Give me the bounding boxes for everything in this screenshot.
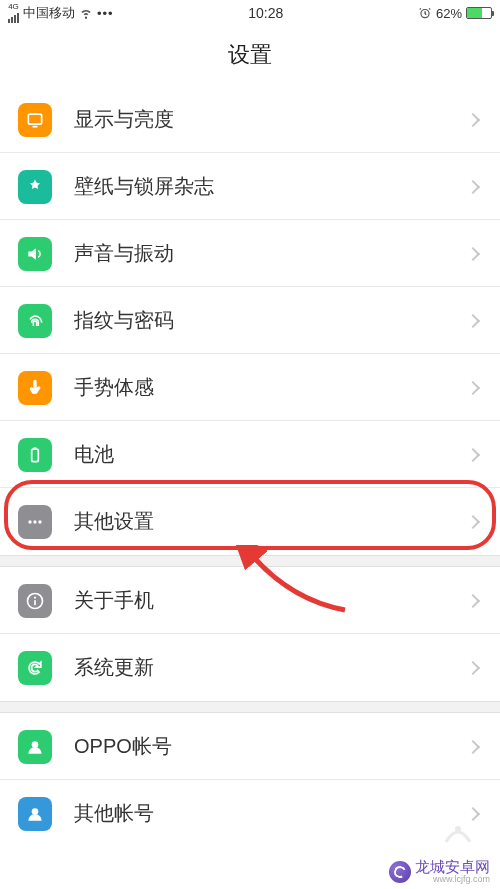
- chevron-right-icon: [466, 739, 480, 753]
- other-account-icon: [18, 797, 52, 831]
- item-label: 电池: [74, 441, 468, 468]
- chevron-right-icon: [466, 660, 480, 674]
- svg-rect-3: [33, 447, 36, 449]
- alarm-icon: [418, 6, 432, 20]
- network-type: 4G: [8, 3, 19, 11]
- more-icon: •••: [97, 6, 114, 21]
- section-separator: [0, 555, 500, 567]
- chevron-right-icon: [466, 313, 480, 327]
- status-time: 10:28: [248, 5, 283, 21]
- svg-point-12: [455, 826, 461, 832]
- chevron-right-icon: [466, 593, 480, 607]
- item-battery[interactable]: 电池: [0, 421, 500, 488]
- item-about[interactable]: 关于手机: [0, 567, 500, 634]
- svg-point-11: [32, 808, 39, 815]
- item-label: 关于手机: [74, 587, 468, 614]
- fingerprint-icon: [18, 304, 52, 338]
- chevron-right-icon: [466, 514, 480, 528]
- item-label: 壁纸与锁屏杂志: [74, 173, 468, 200]
- svg-point-5: [33, 520, 36, 523]
- chevron-right-icon: [466, 380, 480, 394]
- status-left: 4G 中国移动 •••: [8, 3, 114, 23]
- oppo-account-icon: [18, 730, 52, 764]
- svg-point-10: [32, 741, 39, 748]
- item-display[interactable]: 显示与亮度: [0, 86, 500, 153]
- display-icon: [18, 103, 52, 137]
- sound-icon: [18, 237, 52, 271]
- section-separator: [0, 701, 500, 713]
- item-label: 指纹与密码: [74, 307, 468, 334]
- svg-point-6: [38, 520, 41, 523]
- carrier-label: 中国移动: [23, 4, 75, 22]
- item-wallpaper[interactable]: 壁纸与锁屏杂志: [0, 153, 500, 220]
- other-icon: [18, 505, 52, 539]
- item-other-settings[interactable]: 其他设置: [0, 488, 500, 555]
- chevron-right-icon: [466, 112, 480, 126]
- battery-percent: 62%: [436, 6, 462, 21]
- item-label: 其他设置: [74, 508, 468, 535]
- item-gesture[interactable]: 手势体感: [0, 354, 500, 421]
- item-sound[interactable]: 声音与振动: [0, 220, 500, 287]
- item-label: 手势体感: [74, 374, 468, 401]
- chevron-right-icon: [466, 246, 480, 260]
- status-bar: 4G 中国移动 ••• 10:28 62%: [0, 0, 500, 26]
- watermark-faded-icon: [436, 817, 480, 847]
- about-icon: [18, 584, 52, 618]
- page-title: 设置: [0, 26, 500, 86]
- svg-rect-2: [32, 449, 39, 462]
- chevron-right-icon: [466, 447, 480, 461]
- watermark-url: www.lcjfg.com: [433, 875, 490, 885]
- item-other-account[interactable]: 其他帐号: [0, 780, 500, 847]
- item-label: 显示与亮度: [74, 106, 468, 133]
- item-label: 声音与振动: [74, 240, 468, 267]
- item-label: OPPO帐号: [74, 733, 468, 760]
- watermark: 龙城安卓网 www.lcjfg.com: [389, 859, 490, 885]
- watermark-logo-icon: [389, 861, 411, 883]
- item-update[interactable]: 系统更新: [0, 634, 500, 701]
- svg-rect-1: [28, 114, 41, 124]
- settings-list: 显示与亮度 壁纸与锁屏杂志 声音与振动 指纹与密码 手势体感 电池: [0, 86, 500, 847]
- item-oppo-account[interactable]: OPPO帐号: [0, 713, 500, 780]
- wifi-icon: [79, 6, 93, 20]
- update-icon: [18, 651, 52, 685]
- wallpaper-icon: [18, 170, 52, 204]
- chevron-right-icon: [466, 179, 480, 193]
- item-label: 系统更新: [74, 654, 468, 681]
- svg-rect-9: [34, 600, 36, 605]
- svg-point-8: [34, 596, 36, 598]
- status-right: 62%: [418, 6, 492, 21]
- gesture-icon: [18, 371, 52, 405]
- battery-icon: [18, 438, 52, 472]
- svg-point-4: [28, 520, 31, 523]
- item-fingerprint[interactable]: 指纹与密码: [0, 287, 500, 354]
- signal-icon: [8, 11, 19, 23]
- item-label: 其他帐号: [74, 800, 468, 827]
- battery-icon: [466, 7, 492, 19]
- watermark-text: 龙城安卓网: [415, 859, 490, 876]
